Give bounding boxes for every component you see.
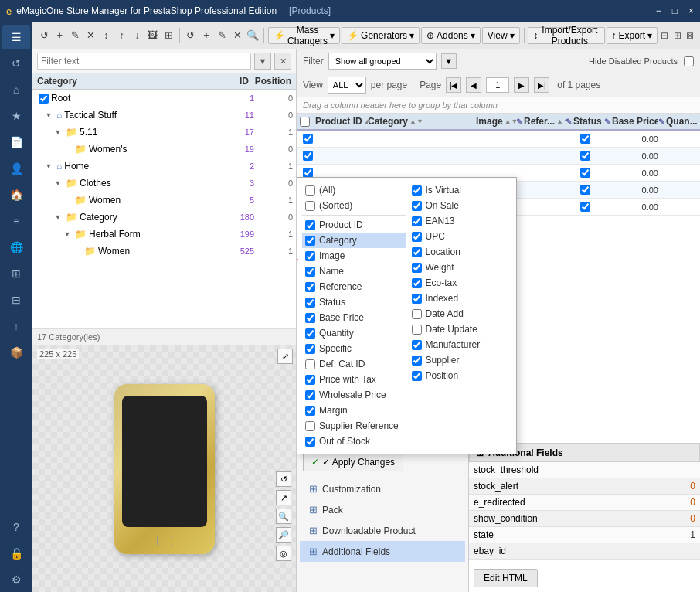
generators-button[interactable]: ⚡ Generators ▾ bbox=[342, 27, 420, 44]
column-selector-dropdown[interactable]: ➤ (All) (Sorted) bbox=[297, 177, 517, 454]
dropdown-item-supplierref[interactable]: Supplier Reference bbox=[302, 418, 406, 434]
gh-product-id[interactable]: Product ID ▲▼ bbox=[315, 116, 368, 127]
dropdown-cb-outofstock[interactable] bbox=[305, 437, 315, 447]
dropdown-cb-dateadd[interactable] bbox=[412, 309, 422, 319]
hide-disabled-checkbox[interactable] bbox=[684, 56, 694, 66]
sidebar-icon-house[interactable]: 🏠 bbox=[2, 182, 30, 207]
image-search-button[interactable]: ◎ bbox=[276, 546, 291, 561]
dropdown-item-indexed[interactable]: Indexed bbox=[409, 291, 512, 306]
toolbar-up[interactable]: ↑ bbox=[115, 26, 129, 46]
sidebar-icon-orders[interactable]: 📄 bbox=[2, 130, 30, 155]
tree-root-checkbox[interactable] bbox=[39, 94, 49, 104]
dropdown-item-margin[interactable]: Margin bbox=[302, 403, 406, 418]
dropdown-cb-productid[interactable] bbox=[305, 220, 315, 230]
dropdown-cb-ean13[interactable] bbox=[412, 216, 422, 226]
addons-button[interactable]: ⊕ Addons ▾ bbox=[421, 27, 481, 44]
dropdown-cb-sorted[interactable] bbox=[305, 201, 315, 211]
filter-funnel-button[interactable]: ▼ bbox=[254, 53, 271, 70]
dropdown-cb-margin[interactable] bbox=[305, 406, 315, 416]
maximize-button[interactable]: □ bbox=[672, 5, 678, 16]
dropdown-cb-all[interactable] bbox=[305, 185, 315, 196]
gh-category[interactable]: Category ▲▼ bbox=[368, 116, 476, 127]
titlebar-controls[interactable]: − □ × bbox=[656, 5, 694, 16]
dropdown-item-baseprice[interactable]: Base Price bbox=[302, 310, 406, 325]
sidebar-icon-help[interactable]: ? bbox=[2, 515, 30, 539]
tree-toggle-herbal[interactable]: ▼ bbox=[62, 230, 73, 238]
dropdown-cb-manufacturer[interactable] bbox=[412, 340, 422, 350]
toolbar-move[interactable]: ↕ bbox=[100, 26, 114, 46]
toolbar-right-refresh[interactable]: ↺ bbox=[184, 26, 198, 46]
dropdown-item-dateupdate[interactable]: Date Update bbox=[409, 322, 512, 337]
dropdown-item-manufacturer[interactable]: Manufacturer bbox=[409, 337, 512, 352]
tree-toggle-clothes[interactable]: ▼ bbox=[53, 179, 63, 187]
sidebar-icon-sliders[interactable]: ⊟ bbox=[2, 287, 30, 312]
tree-toggle-category[interactable]: ▼ bbox=[53, 213, 63, 221]
tree-item-women-herbal[interactable]: 📁 Women 525 1 bbox=[32, 243, 296, 260]
view-button[interactable]: View ▾ bbox=[482, 27, 520, 44]
dropdown-cb-specific[interactable] bbox=[305, 344, 315, 354]
toolbar-icon-btn1[interactable]: ⊟ bbox=[659, 27, 670, 44]
dropdown-cb-supplierref[interactable] bbox=[305, 421, 315, 431]
dropdown-item-dateadd[interactable]: Date Add bbox=[409, 306, 512, 322]
tree-item-tactical[interactable]: ▼ ⌂ Tactical Stuff 11 0 bbox=[32, 107, 296, 124]
row-status[interactable] bbox=[580, 168, 590, 178]
tree-toggle-home[interactable]: ▼ bbox=[43, 162, 54, 170]
dropdown-cb-dateupdate[interactable] bbox=[412, 325, 422, 335]
row-checkbox[interactable] bbox=[303, 151, 313, 161]
dropdown-cb-weight[interactable] bbox=[412, 263, 422, 273]
row-status[interactable] bbox=[580, 134, 590, 144]
dropdown-item-location[interactable]: Location bbox=[409, 244, 512, 260]
toolbar-down[interactable]: ↓ bbox=[131, 26, 144, 46]
tree-item-womens[interactable]: 📁 Women's 19 0 bbox=[32, 141, 296, 158]
dropdown-item-status[interactable]: Status bbox=[302, 294, 406, 310]
toolbar-right-add[interactable]: + bbox=[199, 26, 213, 46]
page-prev-button[interactable]: ◀ bbox=[466, 77, 481, 93]
dropdown-item-weight[interactable]: Weight bbox=[409, 260, 512, 275]
dropdown-cb-location[interactable] bbox=[412, 247, 422, 257]
dropdown-item-reference[interactable]: Reference bbox=[302, 279, 406, 294]
sidebar-icon-refresh[interactable]: ↺ bbox=[2, 51, 30, 76]
dropdown-item-image[interactable]: Image bbox=[302, 248, 406, 264]
image-zoom-in-button[interactable]: 🔍 bbox=[276, 509, 291, 524]
sidebar-icon-lock[interactable]: 🔒 bbox=[2, 541, 30, 566]
row-status[interactable] bbox=[580, 185, 590, 195]
dropdown-cb-status[interactable] bbox=[305, 298, 315, 308]
filter-clear-button[interactable]: ✕ bbox=[274, 53, 291, 70]
tree-toggle-511[interactable]: ▼ bbox=[53, 128, 63, 136]
dropdown-item-ecotax[interactable]: Eco-tax bbox=[409, 275, 512, 291]
filter-input[interactable] bbox=[37, 53, 251, 70]
tree-toggle-tactical[interactable]: ▼ bbox=[43, 111, 54, 119]
page-next-button[interactable]: ▶ bbox=[514, 77, 529, 93]
dropdown-item-onsale[interactable]: On Sale bbox=[409, 198, 512, 213]
dropdown-item-ean13[interactable]: EAN13 bbox=[409, 213, 512, 229]
filter-group-select[interactable]: Show all grouped bbox=[328, 53, 437, 70]
tree-item-root[interactable]: Root 1 0 bbox=[32, 90, 296, 107]
dropdown-cb-isvirtual[interactable] bbox=[412, 185, 422, 196]
edit-html-button[interactable]: Edit HTML bbox=[474, 569, 538, 587]
submenu-downloadable[interactable]: ⊞ Downloadable Product bbox=[300, 520, 465, 541]
dropdown-item-defcatid[interactable]: Def. Cat ID bbox=[302, 356, 406, 372]
dropdown-item-outofstock[interactable]: Out of Stock bbox=[302, 434, 406, 449]
submenu-pack[interactable]: ⊞ Pack bbox=[300, 499, 465, 520]
image-zoom-out-button[interactable]: 🔎 bbox=[276, 527, 291, 543]
sidebar-icon-products[interactable]: 📦 bbox=[2, 340, 30, 365]
sidebar-icon-home[interactable]: ⌂ bbox=[2, 77, 30, 102]
image-fullscreen-button[interactable]: ⤢ bbox=[277, 349, 293, 364]
submenu-customization[interactable]: ⊞ Customization bbox=[300, 478, 465, 499]
dropdown-cb-position[interactable] bbox=[412, 371, 422, 381]
row-checkbox[interactable] bbox=[303, 134, 313, 144]
dropdown-cb-indexed[interactable] bbox=[412, 294, 422, 304]
dropdown-item-specific[interactable]: Specific bbox=[302, 341, 406, 356]
sidebar-icon-settings[interactable]: ⚙ bbox=[2, 567, 30, 592]
sidebar-icon-globe[interactable]: 🌐 bbox=[2, 235, 30, 260]
gh-status[interactable]: ✎ Status bbox=[566, 116, 604, 127]
dropdown-item-supplier[interactable]: Supplier bbox=[409, 352, 512, 368]
mass-changers-button[interactable]: ⚡ Mass Changers ▾ bbox=[268, 27, 340, 44]
dropdown-cb-defcatid[interactable] bbox=[305, 359, 315, 369]
gh-quantity[interactable]: ✎ Quan... bbox=[658, 116, 697, 127]
sidebar-icon-favorites[interactable]: ★ bbox=[2, 104, 30, 128]
dropdown-item-category[interactable]: Category bbox=[302, 233, 406, 248]
sidebar-icon-menu[interactable]: ☰ bbox=[2, 25, 30, 49]
dropdown-item-upc[interactable]: UPC bbox=[409, 229, 512, 244]
dropdown-cb-ecotax[interactable] bbox=[412, 278, 422, 288]
